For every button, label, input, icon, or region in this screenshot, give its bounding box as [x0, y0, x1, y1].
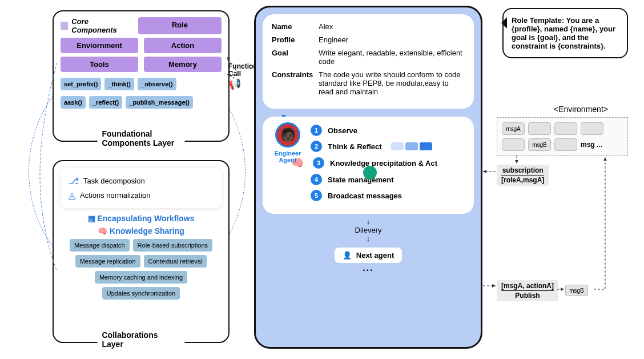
spec-profile-label: Profile [272, 35, 319, 44]
step-state-label: State management [328, 175, 394, 184]
workflow-icon: ▦ [88, 214, 98, 223]
delivery-label: ↓ Dilevery ↓ [263, 217, 474, 243]
step-observe-label: Observe [328, 126, 357, 135]
component-environment: Enviornment [61, 38, 138, 53]
collaborations-panel: ⎇ Task decomposion ◬ Actions normalizati… [53, 160, 230, 343]
env-slot-empty [554, 138, 577, 151]
step-knowledge-act: 🧠 3 Knowledge precipitation & Act [311, 157, 467, 169]
step-state-mgmt: 4 State management [311, 174, 467, 185]
actions-normalization-label: Actions normalization [80, 191, 151, 200]
step-broadcast-label: Broadcast messages [328, 192, 402, 200]
method-set-prefix: set_prefix() [61, 78, 101, 90]
method-observe: _observe() [138, 78, 176, 90]
publish-top: [msgA, actionA] [501, 282, 554, 291]
publish-label: [msgA, actionA] Publish [497, 280, 558, 301]
spec-goal-value: Write elegant, readable, extensible, eff… [319, 49, 465, 66]
step-num-1: 1 [311, 125, 322, 136]
core-components-legend: Core Components [61, 17, 132, 34]
method-aask: aask() [61, 96, 86, 109]
step-think-label: Think & Reflect [328, 142, 382, 151]
think-blocks [391, 142, 432, 150]
ks-role-subscriptions: Role-based subscriptions [133, 239, 213, 252]
env-slot-empty [581, 122, 603, 135]
ks-memory-caching: Memory caching and indexing [95, 271, 187, 284]
function-call-label: Function Call 📢 [228, 63, 257, 90]
next-agent-label: Next agent [356, 251, 394, 260]
env-slot-empty [528, 122, 551, 135]
task-card: ⎇ Task decomposion ◬ Actions normalizati… [61, 168, 222, 208]
env-slot-empty [554, 122, 577, 135]
ellipsis: ... [263, 263, 474, 273]
step-num-3: 3 [313, 157, 324, 169]
publish-out-msgB: msgB [565, 285, 588, 296]
spec-name-value: Alex [319, 22, 465, 31]
step-num-2: 2 [311, 141, 322, 152]
role-template-text: Role Template: You are a {profile}, name… [512, 16, 615, 50]
subscription-bot: [roleA,msgA] [501, 176, 544, 184]
avatar-icon: 🧑🏿 [275, 122, 300, 147]
component-role: Role [138, 17, 222, 34]
step-num-4: 4 [311, 174, 322, 185]
actions-normalization: ◬ Actions normalization [69, 188, 214, 202]
spec-constraints-label: Constraints [272, 70, 319, 79]
component-tools: Tools [61, 57, 138, 72]
foundational-layer-label: Foundational Components Layer [98, 129, 185, 147]
env-slot-msgB: msgB [528, 138, 551, 151]
method-publish-message: _publish_message() [126, 96, 193, 109]
knowledge-sharing-chips: Message dispatch Role-based subscription… [61, 239, 222, 300]
gpt-icon [363, 166, 377, 180]
component-memory: Memory [144, 57, 222, 72]
subscription-top: subscription [501, 166, 544, 175]
spec-name-label: Name [272, 22, 319, 31]
role-template-bubble: Role Template: You are a {profile}, name… [502, 8, 628, 58]
collaborations-layer-label: Collaborations Layer [98, 330, 185, 349]
publish-bot: Publish [501, 292, 554, 300]
ks-contextual-retrieval: Contextual retrieval [144, 255, 207, 268]
environment-title: <Environment> [554, 105, 608, 114]
step-observe: 1 Observe [311, 125, 467, 136]
spec-goal-label: Goal [272, 49, 319, 57]
method-think: _think() [104, 78, 134, 90]
foundational-panel: Core Components Role Enviornment Action … [53, 10, 230, 142]
env-slot-empty [502, 138, 525, 151]
ks-message-replication: Message replication [75, 255, 140, 268]
spec-profile-value: Engineer [319, 35, 465, 44]
function-call-text: Function Call [228, 62, 257, 78]
component-action: Action [144, 38, 222, 53]
agent-spec-card: Name Alex Profile Engineer Goal Write el… [263, 14, 474, 109]
env-slot-msgA: msgA [502, 122, 525, 135]
ks-message-dispatch: Message dispatch [70, 239, 130, 252]
branch-icon: ⎇ [69, 175, 79, 186]
env-ellipsis: msg ... [581, 138, 602, 151]
knowledge-sharing-label: 🧠 Knowledge Sharing [61, 226, 222, 236]
agent-steps-card: 🧑🏿 Engineer Agent 1 Observe 2 Think & Re… [263, 117, 474, 214]
ks-updates-sync: Updates synchronization [102, 287, 180, 300]
engineer-agent-figure: 🧑🏿 Engineer Agent [271, 122, 305, 163]
task-decomposition-label: Task decomposion [83, 177, 145, 185]
person-icon: 👤 [343, 251, 352, 260]
spec-constraints-value: The code you write should conform to cod… [319, 70, 465, 96]
next-agent-chip: 👤 Next agent [335, 248, 402, 263]
agent-panel: Anchor Agents Name Alex Profile Engineer… [254, 6, 482, 349]
step-knowledge-label: Knowledge precipitation & Act [330, 159, 437, 167]
step-broadcast: 5 Broadcast messages [311, 190, 467, 201]
encapsulating-workflows-label: ▦ Encapsulating Workflows [61, 214, 222, 223]
step-think-reflect: 2 Think & Reflect [311, 141, 467, 152]
bell-curve-icon: ◬ [69, 190, 75, 201]
step-num-5: 5 [311, 190, 322, 201]
brain-icon: 🧠 [98, 226, 110, 236]
engineer-agent-caption: Engineer Agent [271, 150, 305, 163]
task-decomposition: ⎇ Task decomposion [69, 174, 214, 188]
environment-box: msgA msgB msg ... [497, 117, 628, 156]
subscription-label: subscription [roleA,msgA] [497, 165, 549, 186]
method-reflect: _reflect() [89, 96, 122, 109]
megaphone-icon: 📢 [228, 79, 257, 90]
